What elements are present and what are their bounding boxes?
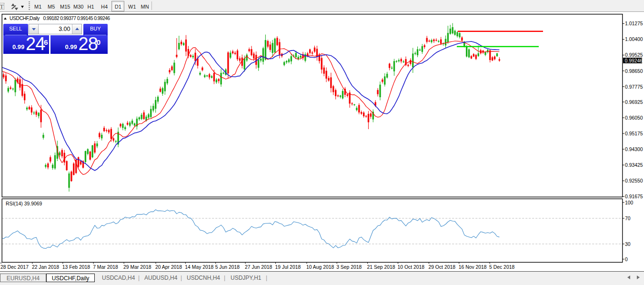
- svg-text:0.96925: 0.96925: [625, 100, 643, 105]
- svg-text:100: 100: [625, 200, 634, 205]
- svg-text:19 Jul 2018: 19 Jul 2018: [275, 265, 301, 270]
- svg-text:21 Sep 2018: 21 Sep 2018: [367, 265, 395, 270]
- svg-text:0.91675: 0.91675: [625, 194, 643, 199]
- svg-text:16 Nov 2018: 16 Nov 2018: [459, 265, 487, 270]
- svg-text:0: 0: [625, 257, 628, 262]
- svg-text:0.93425: 0.93425: [625, 163, 643, 168]
- svg-text:0.95175: 0.95175: [625, 131, 643, 136]
- svg-text:0.97775: 0.97775: [625, 84, 643, 90]
- svg-text:5 Dec 2018: 5 Dec 2018: [489, 265, 514, 270]
- svg-text:RSI(14) 39.9069: RSI(14) 39.9069: [6, 201, 42, 206]
- svg-text:10 Aug 2018: 10 Aug 2018: [306, 265, 334, 270]
- svg-text:0.99525: 0.99525: [625, 52, 643, 58]
- svg-text:10 Oct 2018: 10 Oct 2018: [398, 265, 425, 270]
- svg-text:20 Apr 2018: 20 Apr 2018: [155, 265, 182, 270]
- svg-text:USDCHF,Daily: USDCHF,Daily: [10, 16, 40, 21]
- svg-text:29 Mar 2018: 29 Mar 2018: [123, 265, 151, 270]
- svg-text:0.94300: 0.94300: [625, 147, 643, 152]
- svg-text:30: 30: [625, 242, 631, 247]
- svg-text:29 Oct 2018: 29 Oct 2018: [428, 265, 455, 270]
- svg-text:3 Sep 2018: 3 Sep 2018: [336, 265, 362, 270]
- svg-text:0.92550: 0.92550: [625, 178, 643, 183]
- svg-text:13 Feb 2018: 13 Feb 2018: [62, 265, 91, 270]
- svg-text:27 Jun 2018: 27 Jun 2018: [245, 265, 272, 270]
- svg-text:14 May 2018: 14 May 2018: [185, 265, 213, 270]
- svg-text:0.99246: 0.99246: [625, 58, 643, 63]
- svg-text:5 Jun 2018: 5 Jun 2018: [215, 265, 240, 270]
- svg-text:7 Mar 2018: 7 Mar 2018: [93, 265, 118, 270]
- svg-text:70: 70: [625, 216, 631, 221]
- svg-text:0.98650: 0.98650: [625, 69, 643, 74]
- svg-text:0.99182 0.99377 0.99145 0.9924: 0.99182 0.99377 0.99145 0.99246: [43, 16, 111, 21]
- svg-text:1.00400: 1.00400: [625, 37, 643, 42]
- svg-text:0.96050: 0.96050: [625, 115, 643, 121]
- svg-text:22 Jan 2018: 22 Jan 2018: [32, 265, 59, 270]
- svg-text:1.01275: 1.01275: [625, 21, 643, 26]
- svg-text:28 Dec 2017: 28 Dec 2017: [0, 265, 29, 270]
